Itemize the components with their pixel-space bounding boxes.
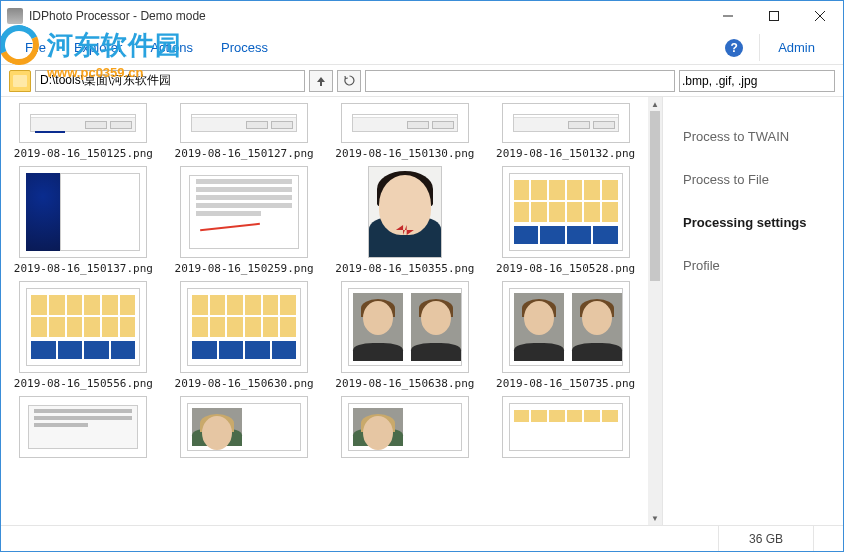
- vertical-scrollbar[interactable]: ▲ ▼: [648, 97, 662, 525]
- file-name: 2019-08-16_150528.png: [496, 262, 635, 275]
- window-controls: [705, 1, 843, 31]
- close-button[interactable]: [797, 1, 843, 31]
- file-name: 2019-08-16_150630.png: [175, 377, 314, 390]
- file-item[interactable]: 2019-08-16_150137.png: [9, 166, 158, 275]
- up-button[interactable]: [309, 70, 333, 92]
- file-item[interactable]: 2019-08-16_150528.png: [491, 166, 640, 275]
- file-name: 2019-08-16_150130.png: [335, 147, 474, 160]
- refresh-icon: [344, 75, 355, 86]
- status-empty: [813, 526, 843, 551]
- menu-actions[interactable]: Actions: [136, 34, 207, 61]
- svg-rect-1: [770, 12, 779, 21]
- sidebar-item-profile[interactable]: Profile: [681, 244, 825, 287]
- file-item[interactable]: [9, 396, 158, 458]
- file-item[interactable]: [491, 396, 640, 458]
- path-input[interactable]: [35, 70, 305, 92]
- refresh-button[interactable]: [337, 70, 361, 92]
- file-name: 2019-08-16_150556.png: [14, 377, 153, 390]
- sidebar: Process to TWAIN Process to File Process…: [663, 97, 843, 525]
- minimize-button[interactable]: [705, 1, 751, 31]
- file-item[interactable]: 2019-08-16_150125.png: [9, 103, 158, 160]
- sidebar-item-twain[interactable]: Process to TWAIN: [681, 115, 825, 158]
- file-item[interactable]: [331, 396, 480, 458]
- menu-process[interactable]: Process: [207, 34, 282, 61]
- file-item[interactable]: 2019-08-16_150127.png: [170, 103, 319, 160]
- toolbar: [1, 65, 843, 97]
- search-input[interactable]: [365, 70, 675, 92]
- scrollbar-thumb[interactable]: [650, 111, 660, 281]
- file-item[interactable]: 2019-08-16_150132.png: [491, 103, 640, 160]
- file-item[interactable]: 2019-08-16_150638.png: [331, 281, 480, 390]
- sidebar-item-file[interactable]: Process to File: [681, 158, 825, 201]
- file-name: 2019-08-16_150638.png: [335, 377, 474, 390]
- menubar: File Explorer Actions Process ? Admin: [1, 31, 843, 65]
- file-item[interactable]: 2019-08-16_150259.png: [170, 166, 319, 275]
- statusbar: 36 GB: [1, 525, 843, 551]
- file-name: 2019-08-16_150259.png: [175, 262, 314, 275]
- file-name: 2019-08-16_150132.png: [496, 147, 635, 160]
- sidebar-item-processing-settings[interactable]: Processing settings: [681, 201, 825, 244]
- file-item[interactable]: 2019-08-16_150556.png: [9, 281, 158, 390]
- file-item[interactable]: 2019-08-16_150630.png: [170, 281, 319, 390]
- menu-explorer[interactable]: Explorer: [60, 34, 136, 61]
- app-icon: [7, 8, 23, 24]
- folder-icon[interactable]: [9, 70, 31, 92]
- up-arrow-icon: [316, 76, 326, 86]
- file-item[interactable]: 2019-08-16_150355.png: [331, 166, 480, 275]
- file-item[interactable]: 2019-08-16_150130.png: [331, 103, 480, 160]
- file-name: 2019-08-16_150735.png: [496, 377, 635, 390]
- scroll-up-icon[interactable]: ▲: [648, 97, 662, 111]
- menu-admin[interactable]: Admin: [759, 34, 833, 61]
- status-disk: 36 GB: [718, 526, 813, 551]
- file-name: 2019-08-16_150137.png: [14, 262, 153, 275]
- window-title: IDPhoto Processor - Demo mode: [29, 9, 206, 23]
- file-name: 2019-08-16_150127.png: [175, 147, 314, 160]
- file-item[interactable]: 2019-08-16_150735.png: [491, 281, 640, 390]
- file-name: 2019-08-16_150355.png: [335, 262, 474, 275]
- file-item[interactable]: [170, 396, 319, 458]
- scroll-down-icon[interactable]: ▼: [648, 511, 662, 525]
- gallery: 2019-08-16_150125.png 2019-08-16_150127.…: [1, 97, 663, 525]
- menu-file[interactable]: File: [11, 34, 60, 61]
- maximize-button[interactable]: [751, 1, 797, 31]
- file-name: 2019-08-16_150125.png: [14, 147, 153, 160]
- content: 2019-08-16_150125.png 2019-08-16_150127.…: [1, 97, 843, 525]
- extension-filter[interactable]: [679, 70, 835, 92]
- titlebar: IDPhoto Processor - Demo mode: [1, 1, 843, 31]
- help-icon[interactable]: ?: [725, 39, 743, 57]
